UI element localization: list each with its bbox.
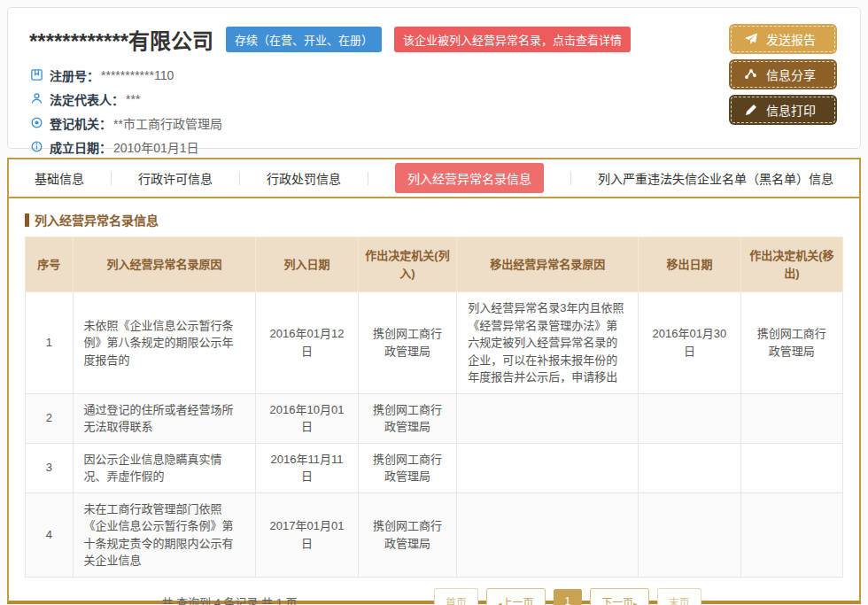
certificate-icon: [29, 68, 43, 82]
company-info-list: 注册号：***********110法定代表人：***登记机关：**市工商行政管…: [29, 63, 839, 159]
pager-button-label: 末页: [669, 597, 690, 605]
cell-remove-authority: [740, 393, 842, 443]
cell-list-authority: 携创网工商行政管理局: [358, 292, 457, 394]
next-page-button[interactable]: 下一页▸: [590, 588, 649, 605]
col-header-list-date: 列入日期: [256, 237, 358, 292]
abnormal-records-table: 序号列入经营异常名录原因列入日期作出决定机关(列入)移出经营异常名录原因移出日期…: [25, 237, 843, 578]
col-header-list-reason: 列入经营异常名录原因: [73, 237, 256, 292]
tab-bar: 基础信息行政许可信息行政处罚信息列入经营异常名录信息列入严重违法失信企业名单（黑…: [9, 159, 859, 198]
company-name: ************有限公司: [29, 24, 213, 55]
info-label: 注册号：: [50, 66, 99, 84]
info-value: ***********110: [101, 68, 174, 82]
info-icon: [29, 140, 43, 154]
table-row: 4未在工商行政管理部门依照《企业信息公示暂行条例》第十条规定责令的期限内公示有关…: [26, 493, 843, 577]
company-header-card: ************有限公司 存续（在营、开业、在册） 该企业被列入经营异常…: [7, 7, 861, 149]
detail-panel: 基础信息行政许可信息行政处罚信息列入经营异常名录信息列入严重违法失信企业名单（黑…: [7, 158, 861, 604]
cell-list-authority: 携创网工商行政管理局: [358, 393, 457, 443]
abnormal-alert-badge[interactable]: 该企业被列入经营异常名录，点击查看详情: [394, 27, 631, 52]
info-field-reg-number: 注册号：***********110: [29, 63, 839, 87]
col-header-index: 序号: [26, 237, 74, 292]
col-header-list-authority: 作出决定机关(列入): [358, 237, 457, 292]
cell-list-date: 2017年01月01日: [256, 493, 358, 577]
cell-index: 3: [26, 443, 74, 493]
tab-blacklist[interactable]: 列入严重违法失信企业名单（黑名单）信息: [598, 169, 833, 187]
info-value: 2010年01月1日: [113, 138, 199, 156]
cell-list-reason: 通过登记的住所或者经营场所无法取得联系: [73, 393, 256, 443]
person-icon: [29, 92, 43, 106]
pager-buttons: 首页◂上一页1下一页▸末页: [434, 588, 701, 605]
page-1-button[interactable]: 1: [554, 589, 583, 605]
action-button-label: 信息打印: [766, 101, 816, 119]
share-info-button[interactable]: 信息分享: [731, 61, 835, 88]
section-marker-icon: [25, 213, 29, 227]
print-info-button[interactable]: 信息打印: [731, 97, 835, 123]
cell-remove-reason: [457, 393, 639, 443]
section-title: 列入经营异常名录信息: [25, 211, 843, 229]
cell-list-reason: 未依照《企业信息公示暂行条例》第八条规定的期限公示年度报告的: [73, 292, 256, 394]
section-title-text: 列入经营异常名录信息: [35, 211, 159, 229]
send-icon: [744, 32, 758, 46]
page: ************有限公司 存续（在营、开业、在册） 该企业被列入经营异常…: [0, 7, 868, 605]
info-label: 法定代表人：: [50, 90, 124, 108]
cell-remove-reason: 列入经营异常名录3年内且依照《经营异常名录管理办法》第六规定被列入经营异常名录的…: [457, 292, 639, 394]
col-header-remove-authority: 作出决定机关(移出): [740, 237, 842, 292]
first-page-button[interactable]: 首页: [434, 588, 478, 605]
prev-page-button[interactable]: ◂上一页: [486, 588, 546, 605]
pager-button-label: 上一页: [502, 597, 534, 605]
cell-remove-date: [639, 493, 740, 577]
cell-list-authority: 携创网工商行政管理局: [358, 443, 457, 493]
tab-abnormal-list[interactable]: 列入经营异常名录信息: [395, 163, 544, 193]
company-title-row: ************有限公司 存续（在营、开业、在册） 该企业被列入经营异常…: [29, 24, 839, 55]
col-header-remove-reason: 移出经营异常名录原因: [457, 237, 639, 292]
info-value: **市工商行政管理局: [113, 114, 222, 132]
info-label: 成立日期：: [50, 138, 112, 156]
status-badge: 存续（在营、开业、在册）: [226, 27, 382, 52]
info-field-legal-rep: 法定代表人：***: [29, 87, 839, 111]
action-button-label: 发送报告: [766, 30, 816, 48]
table-row: 3因公示企业信息隐瞒真实情况、弄虚作假的2016年11月11日携创网工商行政管理…: [26, 443, 843, 493]
cell-remove-reason: [457, 443, 639, 493]
tab-admin-license[interactable]: 行政许可信息: [138, 169, 213, 187]
last-page-button[interactable]: 末页: [657, 588, 701, 605]
cell-remove-date: [639, 393, 740, 443]
cell-remove-date: [639, 443, 740, 493]
table-row: 2通过登记的住所或者经营场所无法取得联系2016年10月01日携创网工商行政管理…: [26, 393, 843, 443]
cell-list-date: 2016年01月12日: [256, 292, 358, 394]
table-header-row: 序号列入经营异常名录原因列入日期作出决定机关(列入)移出经营异常名录原因移出日期…: [26, 237, 843, 292]
pager-button-label: 首页: [446, 597, 467, 605]
panel-content: 列入经营异常名录信息 序号列入经营异常名录原因列入日期作出决定机关(列入)移出经…: [9, 198, 859, 605]
cell-list-reason: 未在工商行政管理部门依照《企业信息公示暂行条例》第十条规定责令的期限内公示有关企…: [73, 493, 256, 577]
record-count-summary: 共 查询到 4 条记录 共 1 页: [25, 593, 434, 605]
right-arrow-icon: ▸: [633, 600, 638, 605]
cell-remove-reason: [457, 493, 639, 577]
cell-remove-date: 2016年01月30日: [639, 292, 740, 394]
tab-basic-info[interactable]: 基础信息: [35, 169, 84, 187]
pagination: 共 查询到 4 条记录 共 1 页 首页◂上一页1下一页▸末页: [25, 588, 843, 605]
cell-index: 1: [26, 292, 74, 394]
cell-remove-authority: [740, 493, 842, 577]
info-field-found-date: 成立日期：2010年01月1日: [29, 135, 839, 159]
cell-list-date: 2016年11月11日: [256, 443, 358, 493]
info-value: ***: [126, 92, 140, 106]
pager-button-label: 下一页: [601, 597, 633, 605]
tab-divider: [111, 172, 112, 185]
action-button-group: 发送报告信息分享信息打印: [731, 26, 837, 132]
cell-index: 4: [26, 493, 74, 577]
info-field-reg-authority: 登记机关：**市工商行政管理局: [29, 111, 839, 135]
tab-divider: [570, 172, 571, 185]
cell-remove-authority: 携创网工商行政管理局: [740, 292, 842, 394]
share-icon: [744, 67, 758, 81]
tab-admin-penalty[interactable]: 行政处罚信息: [267, 169, 341, 187]
cell-list-authority: 携创网工商行政管理局: [358, 493, 457, 577]
pager-button-label: 1: [565, 595, 571, 605]
action-button-label: 信息分享: [766, 66, 816, 83]
cell-list-reason: 因公示企业信息隐瞒真实情况、弄虚作假的: [73, 443, 256, 493]
info-label: 登记机关：: [50, 114, 112, 132]
table-body: 1未依照《企业信息公示暂行条例》第八条规定的期限公示年度报告的2016年01月1…: [26, 292, 843, 578]
cell-list-date: 2016年10月01日: [256, 393, 358, 443]
pencil-icon: [744, 103, 758, 117]
cell-index: 2: [26, 393, 74, 443]
tab-divider: [368, 172, 368, 185]
tab-divider: [239, 172, 240, 185]
send-report-button[interactable]: 发送报告: [731, 26, 835, 52]
